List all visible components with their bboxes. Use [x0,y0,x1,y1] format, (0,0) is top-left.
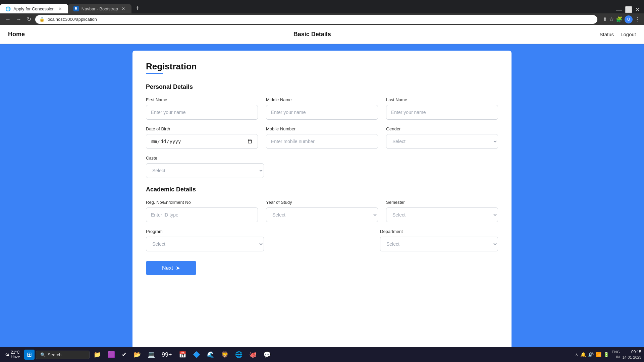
taskbar-files[interactable]: 📁 [91,350,104,360]
weather-temp: 21°C [11,350,20,355]
caste-group: Caste Select General OBC SC ST [146,156,264,178]
new-tab-button[interactable]: + [133,3,142,13]
taskbar-badge-item[interactable]: 99+ [159,350,175,360]
mobile-group: Mobile Number [266,126,378,149]
start-button[interactable]: ⊞ [24,350,35,360]
tab2-close-icon[interactable]: ✕ [121,6,126,11]
taskbar-chrome[interactable]: 🌐 [232,350,245,360]
minimize-icon[interactable]: — [616,6,622,13]
search-label: Search [48,352,61,357]
url-text: localhost:3000/application [47,17,97,22]
middle-name-input[interactable] [266,105,378,120]
tray-notify-icon[interactable]: 🔔 [580,352,586,357]
tray-up-icon[interactable]: ∧ [575,352,578,357]
last-name-group: Last Name [386,97,498,120]
navbar-page-title: Basic Details [25,31,600,38]
form-card: Registration Personal Details First Name… [132,51,512,355]
mobile-input[interactable] [266,134,378,149]
next-label: Next [162,265,173,271]
navbar-brand[interactable]: Home [8,31,25,38]
app-wrapper: Home Basic Details Status Logout Registr… [0,25,644,362]
name-row: First Name Middle Name Last Name [146,97,498,120]
weather-desc: Haze [11,355,20,359]
taskbar-todo[interactable]: ✔ [119,350,129,360]
gender-select[interactable]: Select Male Female Other [386,134,498,149]
taskbar-right: ∧ 🔔 🔊 📶 🔋 ENGIN 09:15 14-01-2023 [575,350,641,360]
share-icon[interactable]: ⬆ [603,16,607,22]
dob-input[interactable] [146,134,258,149]
navbar: Home Basic Details Status Logout [0,25,644,44]
weather-icon: 🌤 [5,352,9,357]
tray-battery-icon[interactable]: 🔋 [603,352,609,357]
next-button[interactable]: Next ➤ [146,261,196,275]
toolbar-actions: ⬆ ☆ 🧩 U ⋮ [603,15,640,23]
middle-name-group: Middle Name [266,97,378,120]
profile-icon[interactable]: U [625,15,633,23]
year-of-study-label: Year of Study [266,200,378,205]
back-button[interactable]: ← [4,15,12,24]
first-name-group: First Name [146,97,258,120]
semester-select[interactable]: Select 1 2 3 4 5 6 7 8 [386,207,498,222]
dob-group: Date of Birth [146,126,258,149]
taskbar-date-value: 14-01-2023 [623,355,641,360]
page-content: Registration Personal Details First Name… [0,44,644,362]
mobile-label: Mobile Number [266,126,378,131]
personal-details-title: Personal Details [146,83,498,90]
dob-label: Date of Birth [146,126,258,131]
taskbar-search[interactable]: 🔍 Search [36,351,90,359]
taskbar-dell[interactable]: 💻 [145,350,158,360]
first-name-input[interactable] [146,105,258,120]
program-label: Program [146,229,264,234]
extensions-icon[interactable]: 🧩 [616,16,623,22]
taskbar-brave[interactable]: 🦁 [218,350,231,360]
bookmark-icon[interactable]: ☆ [609,16,614,22]
tray-sound-icon[interactable]: 🔊 [588,352,594,357]
taskbar-edge[interactable]: 🌊 [204,350,217,360]
reg-no-group: Reg. No/Enrollment No [146,200,258,222]
semester-label: Semester [386,200,498,205]
reload-button[interactable]: ↻ [25,15,33,24]
search-icon: 🔍 [40,352,46,357]
caste-label: Caste [146,156,264,161]
last-name-input[interactable] [386,105,498,120]
taskbar-vscode[interactable]: 🔷 [190,350,203,360]
taskbar-whatsapp[interactable]: 💬 [261,350,273,360]
close-icon[interactable]: ✕ [635,6,640,13]
last-name-label: Last Name [386,97,498,102]
dob-mobile-gender-row: Date of Birth Mobile Number Gender Selec… [146,126,498,149]
taskbar-clock: 09:15 14-01-2023 [623,350,641,360]
reg-year-semester-row: Reg. No/Enrollment No Year of Study Sele… [146,200,498,222]
tab1-favicon: 🌐 [5,6,11,11]
browser-window-controls: — ⬜ ✕ [616,6,644,13]
gender-label: Gender [386,126,498,131]
department-select[interactable]: Select Computer Science Electronics Mech… [380,237,498,251]
taskbar-explorer[interactable]: 📂 [131,350,144,360]
browser-chrome: 🌐 Apply for Concession ✕ B Navbar - Boot… [0,0,644,25]
lock-icon: 🔒 [39,17,45,22]
navbar-right: Status Logout [600,32,636,37]
gender-group: Gender Select Male Female Other [386,126,498,149]
tab1-close-icon[interactable]: ✕ [57,6,63,11]
taskbar-github[interactable]: 🐙 [247,350,259,360]
taskbar-teams[interactable]: 🟪 [105,350,118,360]
browser-tab-1[interactable]: 🌐 Apply for Concession ✕ [0,4,68,13]
address-bar[interactable]: 🔒 localhost:3000/application [35,15,597,24]
forward-button[interactable]: → [15,15,23,24]
status-link[interactable]: Status [600,32,614,37]
caste-row: Caste Select General OBC SC ST [146,156,498,178]
maximize-icon[interactable]: ⬜ [625,6,632,13]
department-group: Department Select Computer Science Elect… [380,229,498,251]
weather-widget: 🌤 21°C Haze [3,350,23,359]
middle-name-label: Middle Name [266,97,378,102]
tray-wifi-icon[interactable]: 📶 [596,352,601,357]
taskbar: 🌤 21°C Haze ⊞ 🔍 Search 📁 🟪 ✔ 📂 💻 99+ 📅 🔷… [0,347,644,362]
logout-link[interactable]: Logout [621,32,636,37]
browser-tab-2[interactable]: B Navbar - Bootstrap ✕ [68,4,131,13]
taskbar-app-icon: 99+ [162,351,172,358]
caste-select[interactable]: Select General OBC SC ST [146,163,264,178]
year-of-study-select[interactable]: Select 1st Year 2nd Year 3rd Year 4th Ye… [266,207,378,222]
menu-icon[interactable]: ⋮ [635,16,640,22]
program-select[interactable]: Select B.Tech M.Tech MBA MCA [146,237,264,251]
reg-no-input[interactable] [146,207,258,222]
taskbar-calendar[interactable]: 📅 [176,350,189,360]
